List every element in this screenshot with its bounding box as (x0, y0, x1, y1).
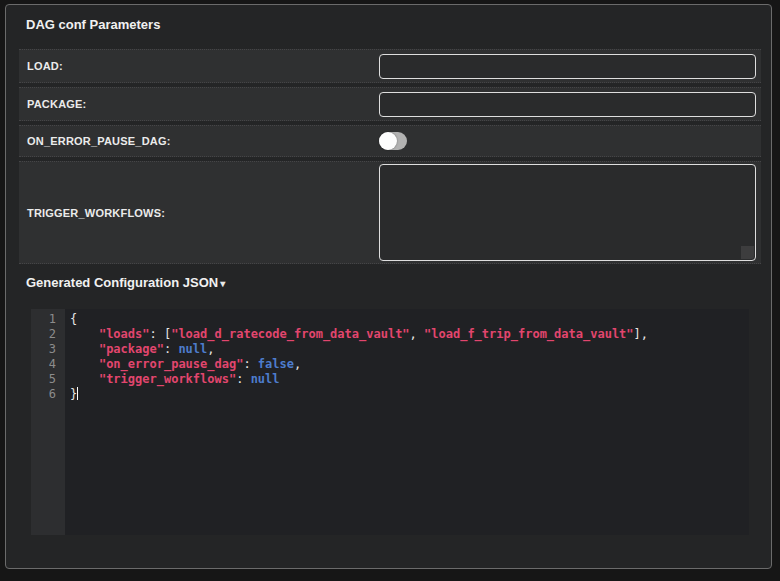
trigger-workflows-control (379, 164, 761, 261)
code-line: "package": null, (70, 342, 749, 357)
editor-code-lines: { "loads": ["load_d_ratecode_from_data_v… (65, 309, 749, 535)
form-row-load: LOAD: (19, 49, 761, 83)
panel-title: DAG conf Parameters (26, 17, 160, 32)
line-number: 6 (31, 387, 56, 402)
package-label: PACKAGE: (19, 98, 379, 110)
line-number: 5 (31, 372, 56, 387)
json-section-title: Generated Configuration JSON (26, 275, 218, 290)
on-error-pause-dag-toggle[interactable] (379, 132, 407, 150)
code-line: "trigger_workflows": null (70, 372, 749, 387)
chevron-down-icon: ▾ (220, 278, 225, 289)
form-row-on-error-pause-dag: ON_ERROR_PAUSE_DAG: (19, 125, 761, 157)
line-number: 3 (31, 342, 56, 357)
json-code-editor[interactable]: 123456 { "loads": ["load_d_ratecode_from… (31, 309, 749, 535)
text-cursor (77, 387, 78, 400)
form-row-package: PACKAGE: (19, 87, 761, 121)
code-line: { (70, 312, 749, 327)
on-error-pause-dag-control (379, 132, 761, 150)
line-number: 2 (31, 327, 56, 342)
load-control (379, 54, 761, 79)
dag-conf-form: LOAD: PACKAGE: ON_ERROR_PAUSE_DAG: TRIGG… (19, 49, 761, 268)
trigger-workflows-textarea[interactable] (379, 164, 756, 261)
package-input[interactable] (379, 92, 756, 117)
line-number: 4 (31, 357, 56, 372)
editor-gutter: 123456 (31, 309, 65, 535)
trigger-workflows-label: TRIGGER_WORKFLOWS: (19, 207, 379, 219)
textarea-resize-handle[interactable] (741, 246, 754, 259)
toggle-knob-icon (379, 132, 397, 150)
package-control (379, 92, 761, 117)
dag-conf-panel: DAG conf Parameters LOAD: PACKAGE: ON_ER… (5, 4, 772, 569)
load-label: LOAD: (19, 60, 379, 72)
json-section-header[interactable]: Generated Configuration JSON▾ (26, 275, 225, 290)
form-row-trigger-workflows: TRIGGER_WORKFLOWS: (19, 161, 761, 264)
code-line: } (70, 387, 749, 402)
on-error-pause-dag-label: ON_ERROR_PAUSE_DAG: (19, 135, 379, 147)
load-input[interactable] (379, 54, 756, 79)
code-line: "on_error_pause_dag": false, (70, 357, 749, 372)
code-line: "loads": ["load_d_ratecode_from_data_vau… (70, 327, 749, 342)
line-number: 1 (31, 312, 56, 327)
